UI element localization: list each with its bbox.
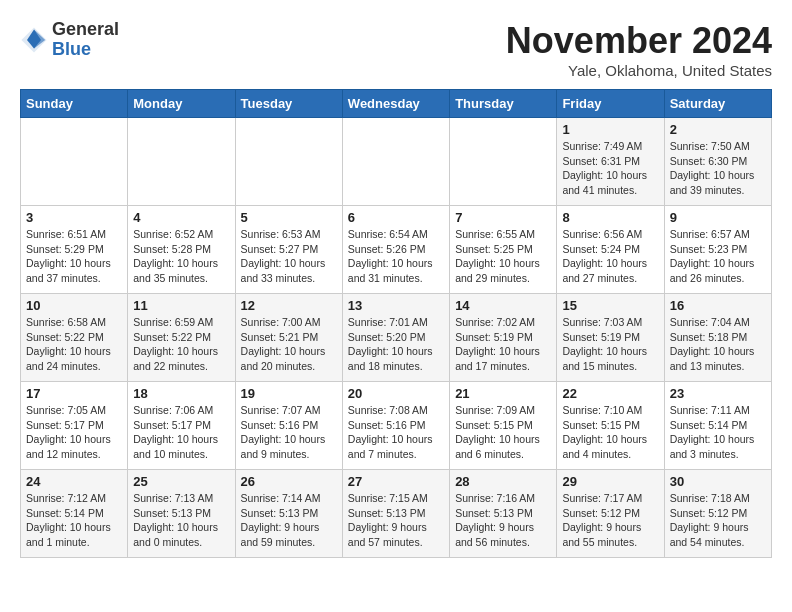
weekday-row: SundayMondayTuesdayWednesdayThursdayFrid… [21,90,772,118]
weekday-header: Sunday [21,90,128,118]
day-info: Sunrise: 7:13 AM Sunset: 5:13 PM Dayligh… [133,491,229,550]
calendar-cell: 26Sunrise: 7:14 AM Sunset: 5:13 PM Dayli… [235,470,342,558]
day-info: Sunrise: 7:16 AM Sunset: 5:13 PM Dayligh… [455,491,551,550]
day-info: Sunrise: 7:12 AM Sunset: 5:14 PM Dayligh… [26,491,122,550]
day-info: Sunrise: 6:52 AM Sunset: 5:28 PM Dayligh… [133,227,229,286]
day-number: 14 [455,298,551,313]
calendar-cell: 8Sunrise: 6:56 AM Sunset: 5:24 PM Daylig… [557,206,664,294]
day-info: Sunrise: 7:10 AM Sunset: 5:15 PM Dayligh… [562,403,658,462]
day-info: Sunrise: 7:15 AM Sunset: 5:13 PM Dayligh… [348,491,444,550]
day-number: 3 [26,210,122,225]
logo-blue: Blue [52,40,119,60]
calendar-cell [235,118,342,206]
logo-text: General Blue [52,20,119,60]
day-info: Sunrise: 7:11 AM Sunset: 5:14 PM Dayligh… [670,403,766,462]
calendar-cell: 1Sunrise: 7:49 AM Sunset: 6:31 PM Daylig… [557,118,664,206]
calendar-week-row: 17Sunrise: 7:05 AM Sunset: 5:17 PM Dayli… [21,382,772,470]
day-number: 15 [562,298,658,313]
month-title: November 2024 [506,20,772,62]
calendar-cell: 27Sunrise: 7:15 AM Sunset: 5:13 PM Dayli… [342,470,449,558]
calendar-cell: 19Sunrise: 7:07 AM Sunset: 5:16 PM Dayli… [235,382,342,470]
location-title: Yale, Oklahoma, United States [506,62,772,79]
calendar-cell: 6Sunrise: 6:54 AM Sunset: 5:26 PM Daylig… [342,206,449,294]
logo: General Blue [20,20,119,60]
calendar-cell: 18Sunrise: 7:06 AM Sunset: 5:17 PM Dayli… [128,382,235,470]
calendar-body: 1Sunrise: 7:49 AM Sunset: 6:31 PM Daylig… [21,118,772,558]
calendar-cell: 16Sunrise: 7:04 AM Sunset: 5:18 PM Dayli… [664,294,771,382]
calendar-cell: 13Sunrise: 7:01 AM Sunset: 5:20 PM Dayli… [342,294,449,382]
day-info: Sunrise: 6:56 AM Sunset: 5:24 PM Dayligh… [562,227,658,286]
calendar-cell: 21Sunrise: 7:09 AM Sunset: 5:15 PM Dayli… [450,382,557,470]
day-info: Sunrise: 6:59 AM Sunset: 5:22 PM Dayligh… [133,315,229,374]
day-info: Sunrise: 7:03 AM Sunset: 5:19 PM Dayligh… [562,315,658,374]
day-number: 30 [670,474,766,489]
weekday-header: Wednesday [342,90,449,118]
calendar-cell: 25Sunrise: 7:13 AM Sunset: 5:13 PM Dayli… [128,470,235,558]
calendar-cell: 5Sunrise: 6:53 AM Sunset: 5:27 PM Daylig… [235,206,342,294]
weekday-header: Tuesday [235,90,342,118]
day-number: 5 [241,210,337,225]
calendar-cell: 23Sunrise: 7:11 AM Sunset: 5:14 PM Dayli… [664,382,771,470]
calendar-cell: 20Sunrise: 7:08 AM Sunset: 5:16 PM Dayli… [342,382,449,470]
day-number: 27 [348,474,444,489]
weekday-header: Thursday [450,90,557,118]
calendar-cell: 28Sunrise: 7:16 AM Sunset: 5:13 PM Dayli… [450,470,557,558]
day-number: 17 [26,386,122,401]
day-number: 12 [241,298,337,313]
day-number: 10 [26,298,122,313]
day-info: Sunrise: 7:05 AM Sunset: 5:17 PM Dayligh… [26,403,122,462]
day-number: 20 [348,386,444,401]
day-info: Sunrise: 7:09 AM Sunset: 5:15 PM Dayligh… [455,403,551,462]
calendar-header: SundayMondayTuesdayWednesdayThursdayFrid… [21,90,772,118]
calendar-table: SundayMondayTuesdayWednesdayThursdayFrid… [20,89,772,558]
calendar-cell: 24Sunrise: 7:12 AM Sunset: 5:14 PM Dayli… [21,470,128,558]
day-info: Sunrise: 7:01 AM Sunset: 5:20 PM Dayligh… [348,315,444,374]
day-number: 1 [562,122,658,137]
calendar-cell: 11Sunrise: 6:59 AM Sunset: 5:22 PM Dayli… [128,294,235,382]
weekday-header: Monday [128,90,235,118]
day-number: 21 [455,386,551,401]
calendar-cell: 30Sunrise: 7:18 AM Sunset: 5:12 PM Dayli… [664,470,771,558]
day-info: Sunrise: 7:06 AM Sunset: 5:17 PM Dayligh… [133,403,229,462]
day-number: 22 [562,386,658,401]
calendar-cell: 15Sunrise: 7:03 AM Sunset: 5:19 PM Dayli… [557,294,664,382]
day-number: 4 [133,210,229,225]
day-number: 26 [241,474,337,489]
day-info: Sunrise: 7:49 AM Sunset: 6:31 PM Dayligh… [562,139,658,198]
calendar-week-row: 24Sunrise: 7:12 AM Sunset: 5:14 PM Dayli… [21,470,772,558]
day-number: 9 [670,210,766,225]
calendar-cell [450,118,557,206]
day-info: Sunrise: 7:08 AM Sunset: 5:16 PM Dayligh… [348,403,444,462]
day-info: Sunrise: 7:07 AM Sunset: 5:16 PM Dayligh… [241,403,337,462]
calendar-cell: 22Sunrise: 7:10 AM Sunset: 5:15 PM Dayli… [557,382,664,470]
calendar-cell: 17Sunrise: 7:05 AM Sunset: 5:17 PM Dayli… [21,382,128,470]
page-header: General Blue November 2024 Yale, Oklahom… [20,20,772,79]
calendar-cell [21,118,128,206]
calendar-cell [128,118,235,206]
calendar-cell: 3Sunrise: 6:51 AM Sunset: 5:29 PM Daylig… [21,206,128,294]
logo-general: General [52,20,119,40]
title-area: November 2024 Yale, Oklahoma, United Sta… [506,20,772,79]
calendar-cell: 7Sunrise: 6:55 AM Sunset: 5:25 PM Daylig… [450,206,557,294]
day-info: Sunrise: 7:04 AM Sunset: 5:18 PM Dayligh… [670,315,766,374]
calendar-cell [342,118,449,206]
calendar-week-row: 1Sunrise: 7:49 AM Sunset: 6:31 PM Daylig… [21,118,772,206]
day-number: 23 [670,386,766,401]
calendar-cell: 4Sunrise: 6:52 AM Sunset: 5:28 PM Daylig… [128,206,235,294]
day-number: 7 [455,210,551,225]
day-info: Sunrise: 7:00 AM Sunset: 5:21 PM Dayligh… [241,315,337,374]
calendar-cell: 29Sunrise: 7:17 AM Sunset: 5:12 PM Dayli… [557,470,664,558]
day-number: 13 [348,298,444,313]
day-info: Sunrise: 7:14 AM Sunset: 5:13 PM Dayligh… [241,491,337,550]
weekday-header: Saturday [664,90,771,118]
calendar-week-row: 10Sunrise: 6:58 AM Sunset: 5:22 PM Dayli… [21,294,772,382]
day-number: 11 [133,298,229,313]
day-number: 18 [133,386,229,401]
calendar-week-row: 3Sunrise: 6:51 AM Sunset: 5:29 PM Daylig… [21,206,772,294]
logo-icon [20,26,48,54]
day-info: Sunrise: 7:17 AM Sunset: 5:12 PM Dayligh… [562,491,658,550]
day-number: 2 [670,122,766,137]
day-info: Sunrise: 6:54 AM Sunset: 5:26 PM Dayligh… [348,227,444,286]
calendar-cell: 12Sunrise: 7:00 AM Sunset: 5:21 PM Dayli… [235,294,342,382]
day-number: 6 [348,210,444,225]
